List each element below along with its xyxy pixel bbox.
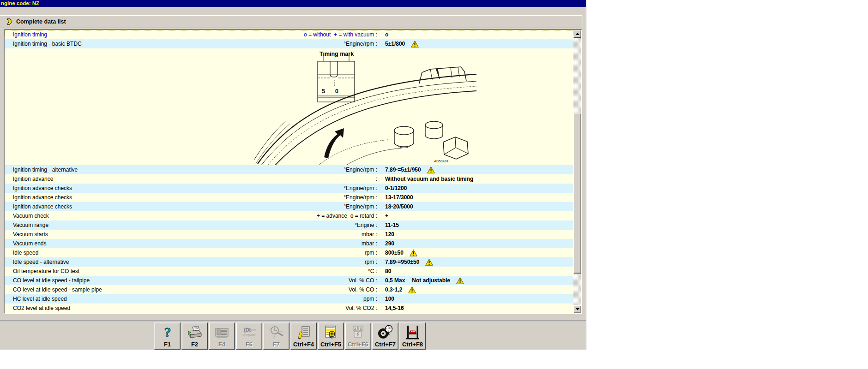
row-value: 0-1/1200 [385,184,407,193]
table-row[interactable]: HC level at idle speed ppm : 100 [5,294,573,304]
vertical-scrollbar[interactable] [573,30,581,313]
table-row[interactable]: CO2 level at idle speed Vol. % CO2 : 14,… [5,304,573,313]
row-units: Vol. % CO2 : [5,304,377,313]
row-values: 0-1/1200 [385,184,573,193]
table-row[interactable]: Ignition advance : Without vacuum and ba… [5,174,573,184]
timing-mark-figure: Timing mark 5 0 AD50424 [249,48,480,165]
figure-caption: Timing mark [319,51,354,57]
row-value: 14,5-16 [385,304,404,313]
row-value: 7.89-=5±1/950 [385,165,421,174]
row-value: 0,5 Max [385,276,405,285]
figure-row: Timing mark 5 0 AD50424 [5,48,573,165]
row-value: o [385,30,388,39]
warning-icon[interactable] [408,286,416,293]
row-units: + = advance o = retard : [5,211,377,220]
toolbar: ? F1 F2 F4 (Dt def ghĩjklm' F6 F7 [0,321,586,350]
toolbar-button-ctrl-f8[interactable]: Ctrl+F8 [399,322,426,350]
row-value: 80 [385,267,391,276]
table-row[interactable]: Oil temperature for CO test °C : 80 [5,267,573,276]
table-row[interactable]: Ignition timing - alternative °Engine/rp… [5,165,573,174]
svg-text:(Dt: (Dt [244,327,251,333]
row-values: 14,5-16 [385,304,573,313]
table-row[interactable]: Ignition advance checks °Engine/rpm : 13… [5,193,573,202]
table-row[interactable]: Ignition timing o = without + = with vac… [5,30,573,39]
warning-icon[interactable] [427,167,435,173]
row-values: 290 [385,239,573,248]
window-title: ngine code: NZ [1,0,39,6]
figure-scale-marks: 5 0 [322,88,343,95]
table-row[interactable]: Idle speed - alternative rpm : 7.89-=950… [5,257,573,267]
wheel-gauge-icon [373,324,398,341]
row-value: 13-17/3000 [385,193,413,202]
row-units: °Engine/rpm : [5,184,377,193]
table-row[interactable]: Ignition timing - basic BTDC °Engine/rpm… [5,39,573,48]
row-value: 5±1/800 [385,39,405,48]
row-values: 0,3-1,2 [385,285,573,294]
toolbar-button-f2[interactable]: F2 [181,322,208,350]
row-value: 11-15 [385,220,399,230]
toolbar-button-label: Ctrl+F7 [373,341,398,348]
toolbar-button-label: F1 [155,341,180,348]
row-value: 100 [385,294,394,304]
row-values: 800±50 [385,248,573,257]
row-values: 18-20/5000 [385,202,573,211]
toolbar-button-f1[interactable]: ? F1 [154,322,181,350]
data-rows: Ignition timing o = without + = with vac… [5,30,573,313]
svg-text:?: ? [164,325,171,339]
row-value: 120 [385,230,394,239]
table-row[interactable]: CO level at idle speed - sample pipe Vol… [5,285,573,294]
warning-icon[interactable] [456,277,464,284]
table-row[interactable]: Vacuum ends mbar : 290 [5,239,573,248]
down-arrow-icon [576,308,579,310]
table-row[interactable]: Ignition advance checks °Engine/rpm : 0-… [5,184,573,193]
svg-text:def: def [251,328,257,332]
toolbar-button-ctrl-f7[interactable]: Ctrl+F7 [372,322,398,350]
toolbar-button-ctrl-f6: 2 3 Ctrl+F6 [345,322,371,350]
row-values: 5±1/800 [385,39,573,48]
row-units: °C : [5,267,377,276]
row-value: 290 [385,239,394,248]
toolbar-button-label: F4 [209,341,235,348]
table-row[interactable]: Ignition advance checks °Engine/rpm : 18… [5,202,573,211]
row-units: °Engine : [5,220,377,230]
row-units: Vol. % CO : [5,276,377,285]
row-units: Vol. % CO : [5,285,377,294]
scroll-up-button[interactable] [573,30,581,38]
table-row-partial[interactable] [5,313,573,313]
row-value: 7.89-=950±50 [385,257,419,267]
app-window: ngine code: NZ Complete data list Igniti… [0,0,586,350]
warning-icon[interactable] [411,41,419,48]
row-units: : [5,174,377,184]
toolbar-button-ctrl-f4[interactable]: Ctrl+F4 [290,322,317,350]
dictionary-icon: (Dt def ghĩjklm' [236,324,262,341]
table-row[interactable]: Vacuum check + = advance o = retard : + [5,211,573,220]
table-row[interactable]: Vacuum starts mbar : 120 [5,230,573,239]
svg-text:3: 3 [360,327,362,331]
row-units: °Engine/rpm : [5,193,377,202]
data-list: Ignition timing o = without + = with vac… [4,29,582,314]
toolbar-button-label: Ctrl+F5 [318,341,344,348]
row-values: 100 [385,294,573,304]
row-values: o [385,30,573,39]
toolbar-button-label: F2 [182,341,207,348]
toolbar-button-label: F6 [236,341,262,348]
toolbar-button-ctrl-f5[interactable]: Ctrl+F5 [318,322,344,350]
row-value: 0,3-1,2 [385,285,402,294]
row-units: °Engine/rpm : [5,202,377,211]
row-note: Not adjustable [412,276,450,285]
scrollbar-thumb[interactable] [573,113,581,274]
table-row[interactable]: CO level at idle speed - tailpipe Vol. %… [5,276,573,285]
row-units: o = without + = with vacuum : [5,30,377,39]
table-row[interactable]: Vacuum range °Engine : 11-15 [5,220,573,230]
table-row[interactable]: Idle speed rpm : 800±50 [5,248,573,257]
svg-text:2: 2 [354,327,356,331]
toolbar-button-f7: F7 [263,322,289,350]
comparison-icon: 2 3 [345,324,371,341]
yellow-arrow-icon [6,18,12,25]
scroll-down-button[interactable] [573,305,581,313]
help-icon: ? [155,324,180,341]
warning-icon[interactable] [425,259,433,266]
print-icon [182,324,207,341]
row-values: 120 [385,230,573,239]
warning-icon[interactable] [410,250,417,256]
